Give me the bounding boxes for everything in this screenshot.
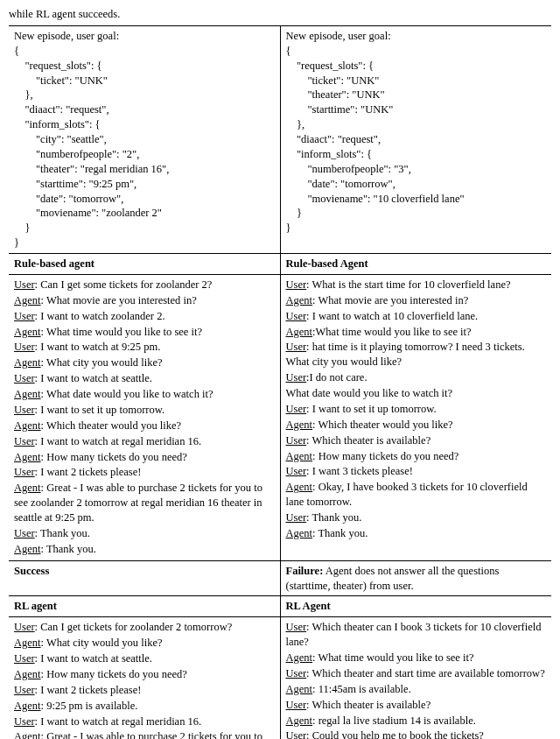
dialog-turn: User: Which theater is available?	[286, 433, 547, 448]
speaker-label: Agent	[286, 527, 313, 539]
utterance-text: : I want 2 tickets please!	[35, 684, 142, 696]
utterance-text: : Can I get some tickets for zoolander 2…	[35, 278, 213, 291]
speaker-label: Agent	[286, 651, 313, 664]
dialog-turn: Agent: What date would you like to watch…	[14, 387, 275, 402]
utterance-text: : How many tickets do you need?	[41, 668, 187, 680]
utterance-text: : I want to watch at 10 cloverfield lane…	[306, 310, 478, 322]
speaker-label: User	[14, 684, 35, 696]
utterance-text: : I want to watch zoolander 2.	[35, 310, 165, 322]
dialog-turn: User: I want 2 tickets please!	[14, 683, 275, 698]
dialog-turn: Agent: What city would you like?	[14, 636, 275, 651]
speaker-label: User	[14, 372, 35, 384]
speaker-label: Agent	[286, 714, 313, 727]
speaker-label: User	[14, 652, 35, 665]
utterance-text: :I do not care.	[306, 371, 367, 384]
utterance-text: What date would you like to watch it?	[286, 387, 453, 399]
dialog-turn: Agent: What movie are you interested in?	[14, 293, 275, 308]
speaker-label: Agent	[14, 294, 41, 306]
speaker-label: User	[14, 310, 35, 322]
speaker-label: User	[14, 278, 35, 291]
utterance-text: : How many tickets do you need?	[312, 450, 458, 462]
left-goal-json: { "request_slots": { "ticket": "UNK" }, …	[14, 44, 275, 250]
utterance-text: : hat time is it playing tomorrow? I nee…	[286, 341, 525, 368]
dialog-turn: User: Thank you.	[286, 510, 547, 525]
right-rule-outcome: Failure: Agent does not answer all the q…	[286, 564, 547, 594]
utterance-text: : Thank you.	[41, 543, 96, 555]
speaker-label: Agent	[14, 730, 41, 739]
speaker-label: Agent	[286, 294, 313, 306]
dialog-turn: Agent: How many tickets do you need?	[286, 449, 547, 464]
dialog-turn: User: I want to watch at regal meridian …	[14, 714, 275, 729]
dialog-turn: Agent: Great - I was able to purchase 2 …	[14, 729, 275, 739]
speaker-label: User	[286, 310, 307, 322]
left-goal-title: New episode, user goal:	[14, 29, 275, 44]
speaker-label: Agent	[14, 637, 41, 649]
dialog-turn: User: hat time is it playing tomorrow? I…	[286, 340, 547, 370]
speaker-label: User	[14, 435, 35, 447]
utterance-text: : I want to watch at regal meridian 16.	[35, 715, 202, 728]
utterance-text: : What city you would like?	[41, 356, 163, 369]
left-rule-outcome-label: Success	[14, 565, 49, 577]
left-rule-dialog: User: Can I get some tickets for zooland…	[14, 278, 275, 557]
left-rule-outcome: Success	[14, 564, 275, 579]
speaker-label: Agent	[14, 419, 41, 432]
dialog-turn: User: I want to set it up tomorrow.	[286, 402, 547, 417]
utterance-text: : I want to watch at seattle.	[35, 652, 152, 665]
dialog-turn: Agent: Thank you.	[286, 526, 547, 541]
dialog-turn: Agent: regal la live stadium 14 is avail…	[286, 714, 547, 728]
right-rule-dialog: User: What is the start time for 10 clov…	[286, 278, 547, 541]
comparison-table: New episode, user goal: { "request_slots…	[9, 25, 551, 739]
dialog-turn: Agent: What time would you like to see i…	[14, 325, 275, 340]
dialog-turn: Agent: Okay, I have booked 3 tickets for…	[286, 480, 547, 510]
dialog-turn: User: I want to watch at seattle.	[14, 371, 275, 386]
utterance-text: : I want to set it up tomorrow.	[35, 404, 164, 416]
speaker-label: User	[286, 729, 307, 739]
left-rl-header: RL agent	[14, 600, 57, 612]
right-goal-title: New episode, user goal:	[286, 29, 547, 44]
dialog-turn: Agent: What time would you like to see i…	[286, 651, 547, 665]
speaker-label: User	[286, 699, 307, 711]
utterance-text: :What time would you like to see it?	[312, 326, 472, 338]
utterance-text: : Which theater would you like?	[41, 419, 182, 432]
speaker-label: Agent	[14, 543, 41, 555]
dialog-turn: User: I want to set it up tomorrow.	[14, 403, 275, 418]
speaker-label: Agent	[286, 419, 313, 431]
dialog-turn: User: Can I get some tickets for zooland…	[14, 278, 275, 292]
dialog-turn: User: Which theater and start time are a…	[286, 666, 547, 681]
dialog-turn: User: Which theater can I book 3 tickets…	[286, 620, 547, 650]
dialog-turn: User: I want to watch at regal meridian …	[14, 434, 275, 449]
utterance-text: : How many tickets do you need?	[41, 451, 187, 463]
speaker-label: Agent	[286, 683, 313, 695]
dialog-turn: User: I want to watch at seattle.	[14, 651, 275, 666]
dialog-turn: Agent: How many tickets do you need?	[14, 667, 275, 682]
speaker-label: Agent	[14, 700, 41, 712]
utterance-text: : I want to watch at 9:25 pm.	[35, 341, 161, 353]
utterance-text: : Which theater is available?	[306, 434, 430, 447]
right-goal-json: { "request_slots": { "ticket": "UNK" "th…	[286, 44, 547, 236]
right-rule-outcome-label: Failure:	[286, 565, 324, 577]
utterance-text: : Great - I was able to purchase 2 ticke…	[14, 730, 262, 739]
utterance-text: : I want to set it up tomorrow.	[306, 403, 436, 415]
utterance-text: : Thank you.	[312, 527, 368, 539]
dialog-turn: User: Which theater is available?	[286, 698, 547, 713]
utterance-text: : What movie are you interested in?	[312, 294, 468, 306]
dialog-turn: User: What is the start time for 10 clov…	[286, 278, 547, 292]
speaker-label: User	[286, 667, 307, 679]
utterance-text: : Which theater can I book 3 tickets for…	[286, 621, 542, 648]
dialog-turn: Agent: What city you would like?	[14, 355, 275, 370]
dialog-turn: User: Can I get tickets for zoolander 2 …	[14, 620, 275, 635]
dialog-turn: User: Thank you.	[14, 526, 275, 541]
dialog-turn: Agent: What movie are you interested in?	[286, 293, 547, 308]
utterance-text: : What is the start time for 10 cloverfi…	[306, 278, 510, 291]
utterance-text: : Thank you.	[35, 527, 90, 539]
utterance-text: : Which theater would you like?	[312, 419, 453, 431]
utterance-text: : Great - I was able to purchase 2 ticke…	[14, 482, 262, 524]
speaker-label: User	[286, 371, 307, 384]
speaker-label: Agent	[14, 482, 41, 494]
speaker-label: User	[286, 341, 307, 353]
utterance-text: : 11:45am is available.	[312, 683, 411, 695]
dialog-turn: Agent: How many tickets do you need?	[14, 450, 275, 465]
speaker-label: User	[286, 434, 307, 447]
dialog-turn: User: I want to watch at 10 cloverfield …	[286, 309, 547, 324]
dialog-turn: Agent: Which theater would you like?	[14, 419, 275, 433]
